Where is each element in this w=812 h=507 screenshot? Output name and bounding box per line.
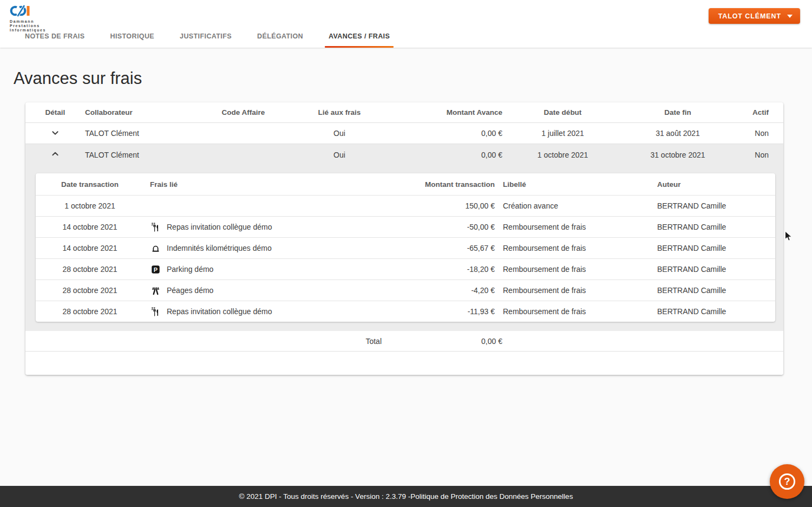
- tx-column-header-1: Frais lié: [144, 180, 393, 188]
- collapse-toggle[interactable]: [48, 147, 62, 162]
- frais-lie-label: Parking démo: [167, 265, 213, 274]
- toll-icon: [150, 285, 161, 296]
- meal-invite-icon: [150, 306, 161, 317]
- cell-date-transaction: 14 octobre 2021: [62, 223, 117, 231]
- column-header-6: Date fin: [664, 108, 691, 116]
- transaction-row: 28 octobre 2021 Repas invitation collègu…: [36, 301, 775, 322]
- cell-frais-lie: Péages démo: [144, 285, 393, 296]
- cell-libelle: Remboursement de frais: [495, 286, 586, 295]
- advance-row: TALOT Clément Oui 0,00 € 1 juillet 2021 …: [25, 123, 783, 144]
- cell-libelle: Remboursement de frais: [495, 265, 586, 274]
- cell-frais-lie: P Parking démo: [144, 264, 393, 275]
- cell-auteur: BERTRAND Camille: [657, 307, 726, 316]
- cell-date-transaction: 28 octobre 2021: [62, 265, 117, 274]
- user-menu-button[interactable]: TALOT CLÉMENT: [709, 8, 800, 24]
- column-header-4: Montant Avance: [447, 108, 507, 116]
- chevron-up-icon: [49, 148, 61, 161]
- transaction-row: 1 octobre 2021 150,00 € Création avance …: [36, 195, 775, 216]
- privacy-policy-link[interactable]: Politique de Protection des Données Pers…: [410, 492, 573, 500]
- tx-column-header-2: Montant transaction: [425, 180, 495, 188]
- app-footer: © 2021 DPI - Tous droits réservés - Vers…: [0, 486, 812, 507]
- advances-card: DétailCollaborateurCode AffaireLié aux f…: [25, 102, 783, 375]
- frais-lie-label: Indemnités kilométriques démo: [167, 244, 272, 252]
- main-content: Avances sur frais DétailCollaborateurCod…: [0, 69, 812, 375]
- tab-historique[interactable]: HISTORIQUE: [109, 27, 155, 48]
- cell-date-transaction: 28 octobre 2021: [62, 307, 117, 316]
- cell-collaborateur: TALOT Clément: [85, 129, 139, 138]
- column-header-7: Actif: [752, 108, 783, 116]
- kilometric-icon: [150, 243, 161, 253]
- cell-date-fin: 31 août 2021: [656, 129, 700, 138]
- frais-lie-label: Péages démo: [167, 286, 213, 295]
- cell-auteur: BERTRAND Camille: [657, 244, 726, 252]
- column-header-0: Détail: [45, 108, 66, 116]
- cell-auteur: BERTRAND Camille: [657, 286, 726, 295]
- frais-lie-label: Repas invitation collègue démo: [167, 307, 272, 316]
- column-header-2: Code Affaire: [222, 108, 265, 116]
- tab-avances-frais[interactable]: AVANCES / FRAIS: [328, 27, 391, 48]
- chevron-down-icon: [49, 127, 61, 140]
- cell-date-fin: 31 octobre 2021: [650, 151, 705, 159]
- cell-montant-transaction: -18,20 €: [467, 265, 495, 274]
- help-icon: ?: [777, 471, 797, 492]
- cell-actif: Non: [755, 151, 783, 159]
- tx-column-header-3: Libellé: [495, 180, 526, 188]
- cell-frais-lie: Indemnités kilométriques démo: [144, 243, 393, 253]
- total-label: Total: [25, 337, 382, 346]
- cell-auteur: BERTRAND Camille: [657, 265, 726, 274]
- user-menu-label: TALOT CLÉMENT: [718, 12, 781, 20]
- transaction-row: 14 octobre 2021 Indemnités kilométriques…: [36, 237, 775, 258]
- tab-d-l-gation[interactable]: DÉLÉGATION: [256, 27, 304, 48]
- copyright-text: © 2021 DPI - Tous droits réservés - Vers…: [239, 492, 411, 500]
- cell-libelle: Remboursement de frais: [495, 223, 586, 231]
- transaction-row: 28 octobre 2021 P Parking démo -18,20 € …: [36, 258, 775, 280]
- cell-libelle: Création avance: [495, 202, 558, 210]
- transactions-card: Date transactionFrais liéMontant transac…: [36, 173, 775, 322]
- cell-lie-aux-frais: Oui: [333, 129, 345, 138]
- cell-date-debut: 1 juillet 2021: [541, 129, 584, 138]
- svg-text:?: ?: [784, 476, 790, 487]
- frais-lie-label: Repas invitation collègue démo: [167, 223, 272, 231]
- card-bottom-strip: [25, 352, 783, 375]
- cell-lie-aux-frais: Oui: [333, 151, 345, 159]
- app-header: Dammann Prestations Informatiques NOTES …: [0, 0, 812, 48]
- cell-date-transaction: 28 octobre 2021: [62, 286, 117, 295]
- column-header-5: Date début: [544, 108, 582, 116]
- advances-table-header: DétailCollaborateurCode AffaireLié aux f…: [25, 102, 783, 123]
- dpi-logo-mark: [10, 5, 35, 17]
- tx-column-header-0: Date transaction: [61, 180, 119, 188]
- logo-line-1: Dammann: [10, 20, 46, 24]
- total-value: 0,00 €: [382, 337, 502, 346]
- meal-invite-icon: [150, 222, 161, 232]
- chevron-down-icon: [787, 15, 793, 18]
- tx-column-header-4: Auteur: [657, 180, 681, 188]
- cell-montant-transaction: 150,00 €: [466, 202, 495, 210]
- advance-row: TALOT Clément Oui 0,00 € 1 octobre 2021 …: [25, 144, 783, 165]
- column-header-1: Collaborateur: [85, 108, 133, 116]
- cell-montant-transaction: -50,00 €: [467, 223, 495, 231]
- svg-text:P: P: [153, 266, 157, 272]
- help-button[interactable]: ?: [770, 464, 804, 499]
- cell-frais-lie: Repas invitation collègue démo: [144, 222, 393, 232]
- transaction-row: 14 octobre 2021 Repas invitation collègu…: [36, 216, 775, 237]
- total-row: Total 0,00 €: [25, 331, 783, 352]
- expand-toggle[interactable]: [48, 126, 62, 141]
- column-header-3: Lié aux frais: [318, 108, 361, 116]
- cell-actif: Non: [755, 129, 783, 138]
- cell-auteur: BERTRAND Camille: [657, 223, 726, 231]
- tab-notes-de-frais[interactable]: NOTES DE FRAIS: [24, 27, 86, 48]
- cell-montant-avance: 0,00 €: [481, 151, 507, 159]
- tab-justificatifs[interactable]: JUSTIFICATIFS: [179, 27, 233, 48]
- cell-libelle: Remboursement de frais: [495, 307, 586, 316]
- cell-date-debut: 1 octobre 2021: [538, 151, 588, 159]
- expanded-section: TALOT Clément Oui 0,00 € 1 octobre 2021 …: [25, 144, 783, 331]
- page-title: Avances sur frais: [14, 69, 812, 88]
- cell-montant-transaction: -11,93 €: [468, 307, 495, 316]
- parking-icon: P: [150, 264, 161, 275]
- cell-auteur: BERTRAND Camille: [657, 202, 726, 210]
- cell-montant-transaction: -65,67 €: [467, 244, 495, 252]
- cell-montant-avance: 0,00 €: [481, 129, 507, 138]
- cell-libelle: Remboursement de frais: [495, 244, 586, 252]
- cell-montant-transaction: -4,20 €: [471, 286, 495, 295]
- transactions-table-header: Date transactionFrais liéMontant transac…: [36, 173, 775, 195]
